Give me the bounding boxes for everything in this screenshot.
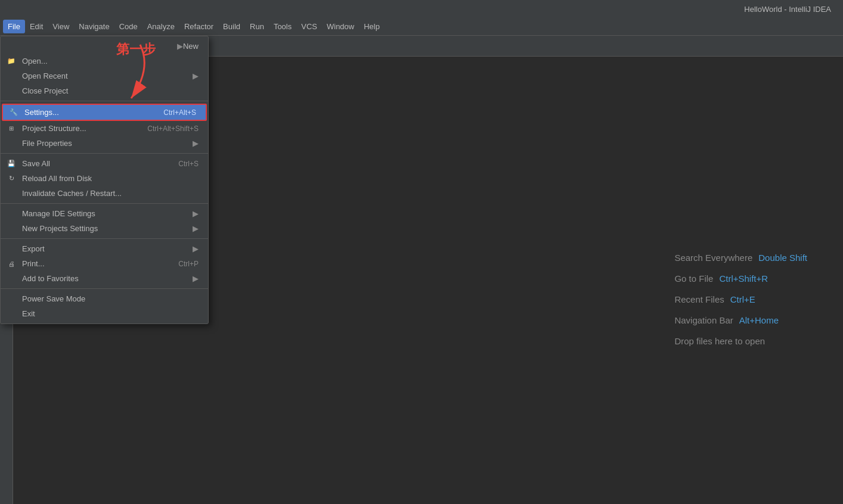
menu-item-add-favorites[interactable]: Add to Favorites ▶	[1, 271, 208, 286]
folder-icon: 📁	[7, 57, 16, 66]
menu-analyze[interactable]: Analyze	[142, 20, 179, 33]
menu-build[interactable]: Build	[218, 20, 245, 33]
print-icon: 🖨	[7, 259, 16, 269]
menu-item-power-save[interactable]: Power Save Mode	[1, 291, 208, 306]
menu-item-close-project[interactable]: Close Project	[1, 83, 208, 98]
hint-nav-label: Navigation Bar	[674, 315, 733, 325]
menu-refactor[interactable]: Refactor	[179, 20, 218, 33]
hint-recent-label: Recent Files	[674, 294, 724, 304]
menu-bar: File Edit View Navigate Code Analyze Ref…	[0, 18, 843, 36]
separator-4	[1, 238, 208, 239]
wrench-icon: 🔧	[9, 108, 18, 117]
hint-drop-files: Drop files here to open	[674, 335, 807, 346]
hint-goto-label: Go to File	[674, 273, 713, 283]
menu-item-project-structure[interactable]: ⊞ Project Structure... Ctrl+Alt+Shift+S	[1, 121, 208, 136]
project-structure-icon: ⊞	[7, 124, 16, 133]
menu-item-print[interactable]: 🖨 Print... Ctrl+P	[1, 256, 208, 271]
menu-vcs[interactable]: VCS	[296, 20, 322, 33]
file-dropdown-menu: ▶ New 📁 Open... Open Recent ▶ Close Proj…	[0, 36, 209, 324]
menu-help[interactable]: Help	[359, 20, 385, 33]
hint-goto-key: Ctrl+Shift+R	[719, 273, 768, 283]
menu-item-exit[interactable]: Exit	[1, 306, 208, 321]
menu-file[interactable]: File	[3, 20, 25, 33]
hint-nav-bar: Navigation Bar Alt+Home	[674, 315, 807, 325]
hint-nav-key: Alt+Home	[739, 315, 779, 325]
menu-edit[interactable]: Edit	[25, 20, 48, 33]
menu-item-new-projects[interactable]: New Projects Settings ▶	[1, 221, 208, 236]
menu-code[interactable]: Code	[114, 20, 142, 33]
menu-item-new[interactable]: ▶ New	[1, 39, 208, 54]
menu-tools[interactable]: Tools	[269, 20, 296, 33]
hint-search-label: Search Everywhere	[674, 252, 752, 262]
project-structure-shortcut: Ctrl+Alt+Shift+S	[129, 125, 199, 133]
menu-item-reload[interactable]: ↻ Reload All from Disk	[1, 171, 208, 186]
print-shortcut: Ctrl+P	[160, 260, 199, 268]
hint-recent-files: Recent Files Ctrl+E	[674, 294, 807, 304]
separator-5	[1, 288, 208, 289]
menu-item-open[interactable]: 📁 Open...	[1, 54, 208, 69]
menu-item-export[interactable]: Export ▶	[1, 241, 208, 256]
separator-2	[1, 153, 208, 154]
save-icon: 💾	[7, 159, 16, 169]
menu-item-save-all[interactable]: 💾 Save All Ctrl+S	[1, 156, 208, 171]
menu-item-manage-ide[interactable]: Manage IDE Settings ▶	[1, 206, 208, 221]
hint-search-key: Double Shift	[758, 252, 807, 262]
menu-navigate[interactable]: Navigate	[74, 20, 114, 33]
hint-recent-key: Ctrl+E	[730, 294, 755, 304]
menu-item-settings[interactable]: 🔧 Settings... Ctrl+Alt+S	[2, 104, 207, 121]
hint-drop-label: Drop files here to open	[674, 335, 765, 346]
menu-window[interactable]: Window	[322, 20, 359, 33]
window-title: HelloWorld - IntelliJ IDEA	[744, 5, 831, 14]
separator-1	[1, 101, 208, 101]
separator-3	[1, 203, 208, 204]
menu-item-open-recent[interactable]: Open Recent ▶	[1, 69, 208, 83]
menu-item-invalidate[interactable]: Invalidate Caches / Restart...	[1, 186, 208, 201]
nav-hints-panel: Search Everywhere Double Shift Go to Fil…	[674, 252, 807, 346]
hint-search-everywhere: Search Everywhere Double Shift	[674, 252, 807, 262]
settings-shortcut: Ctrl+Alt+S	[145, 108, 196, 117]
menu-run[interactable]: Run	[245, 20, 269, 33]
menu-view[interactable]: View	[48, 20, 74, 33]
menu-item-file-properties[interactable]: File Properties ▶	[1, 136, 208, 151]
save-all-shortcut: Ctrl+S	[160, 160, 199, 168]
reload-icon: ↻	[7, 174, 16, 183]
hint-goto-file: Go to File Ctrl+Shift+R	[674, 273, 807, 283]
title-bar: HelloWorld - IntelliJ IDEA	[0, 0, 843, 18]
